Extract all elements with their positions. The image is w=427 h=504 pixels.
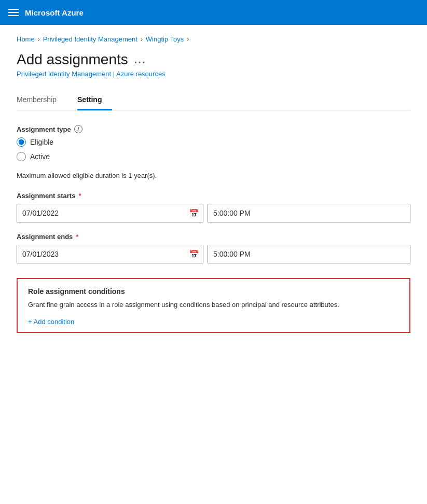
ends-time-input[interactable] — [208, 245, 410, 263]
page-title: Add assignments — [17, 51, 128, 68]
tabs: Membership Setting — [17, 90, 410, 110]
more-options-button[interactable]: ... — [134, 54, 146, 66]
conditions-title: Role assignment conditions — [28, 287, 399, 296]
starts-time-input[interactable] — [208, 204, 410, 222]
starts-date-wrapper: 📅 — [17, 204, 203, 222]
radio-eligible-input[interactable] — [17, 137, 26, 147]
starts-date-input[interactable] — [17, 204, 203, 222]
radio-eligible[interactable]: Eligible — [17, 137, 410, 147]
assignment-ends-section: Assignment ends * 📅 — [17, 233, 410, 263]
radio-active[interactable]: Active — [17, 152, 410, 161]
breadcrumb: Home › Privileged Identity Management › … — [17, 35, 410, 43]
radio-active-label: Active — [30, 152, 50, 161]
ends-required-marker: * — [76, 233, 78, 241]
page-subtitle: Privileged Identity Management | Azure r… — [17, 70, 410, 78]
assignment-ends-row: 📅 — [17, 245, 410, 263]
hamburger-menu[interactable] — [8, 9, 19, 16]
tab-setting[interactable]: Setting — [77, 90, 112, 110]
tab-membership[interactable]: Membership — [17, 90, 67, 110]
ends-date-input[interactable] — [17, 245, 203, 263]
assignment-ends-label: Assignment ends * — [17, 233, 410, 241]
assignment-starts-row: 📅 — [17, 204, 410, 222]
main-content: Home › Privileged Identity Management › … — [0, 25, 427, 504]
assignment-type-info-icon[interactable]: i — [74, 125, 82, 133]
page-title-row: Add assignments ... — [17, 51, 410, 68]
ends-date-wrapper: 📅 — [17, 245, 203, 263]
assignment-type-section: Assignment type i Eligible Active — [17, 125, 410, 161]
max-duration-note: Maximum allowed eligible duration is 1 y… — [17, 172, 410, 179]
breadcrumb-sep-2: › — [141, 36, 143, 43]
breadcrumb-wingtip[interactable]: Wingtip Toys — [146, 35, 184, 43]
radio-eligible-label: Eligible — [30, 138, 53, 146]
top-navbar: Microsoft Azure — [0, 0, 427, 25]
breadcrumb-pim[interactable]: Privileged Identity Management — [43, 35, 137, 43]
starts-required-marker: * — [78, 192, 81, 200]
breadcrumb-sep-3: › — [187, 36, 189, 43]
assignment-type-radio-group: Eligible Active — [17, 137, 410, 161]
radio-active-input[interactable] — [17, 152, 26, 161]
assignment-starts-section: Assignment starts * 📅 — [17, 192, 410, 222]
add-condition-link[interactable]: + Add condition — [28, 318, 74, 326]
breadcrumb-home[interactable]: Home — [17, 35, 35, 43]
assignment-type-label: Assignment type i — [17, 125, 410, 133]
assignment-starts-label: Assignment starts * — [17, 192, 410, 200]
conditions-box: Role assignment conditions Grant fine gr… — [17, 278, 410, 333]
breadcrumb-sep-1: › — [38, 36, 40, 43]
app-title: Microsoft Azure — [25, 8, 84, 17]
form-section: Assignment type i Eligible Active Maximu… — [17, 125, 410, 333]
conditions-description: Grant fine grain access in a role assign… — [28, 300, 399, 310]
